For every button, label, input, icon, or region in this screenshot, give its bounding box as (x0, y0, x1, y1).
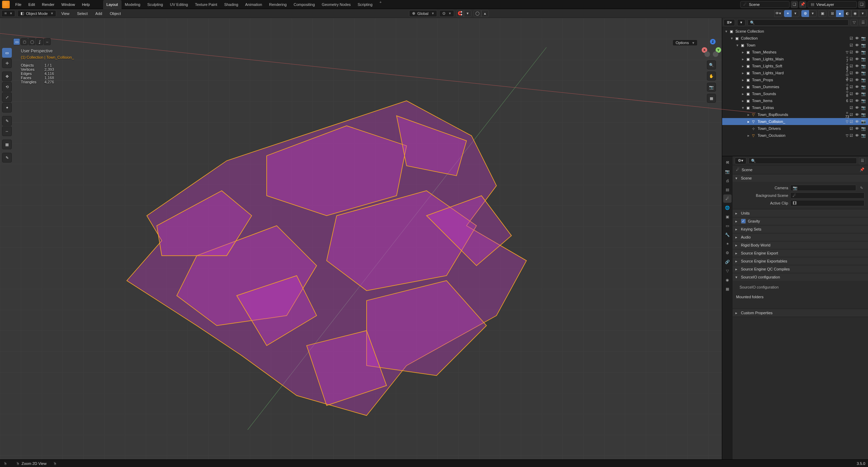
outliner-row[interactable]: ▸▣Town_Items6☑👁📷 (722, 97, 868, 104)
3d-viewport[interactable]: ▭ ▢ ◯ ʆ ↔ ▭ ✛ ✥ ⟲ ⤢ ✦ ✎ ↔ ▦ ✎ User Persp… (0, 18, 722, 459)
tool-transform[interactable]: ✦ (2, 103, 12, 112)
prop-tab-render[interactable]: 📷 (723, 167, 732, 176)
pin-icon[interactable]: 📌 (860, 167, 865, 172)
blender-logo-icon[interactable] (2, 1, 10, 8)
prop-tab-viewlayer[interactable]: ▤ (723, 185, 732, 194)
properties-editor-dropdown[interactable]: ⚙▾ (735, 157, 746, 164)
scene-pin-button[interactable]: 📌 (799, 1, 806, 8)
prop-tab-physics[interactable]: ⚙ (723, 249, 732, 257)
tool-select-box[interactable]: ▭ (2, 48, 12, 58)
outliner-row[interactable]: ▾▣Town_Extras☑👁📷 (722, 104, 868, 111)
prop-tab-particles[interactable]: ✶ (723, 240, 732, 248)
gizmo-dropdown[interactable]: ▾ (792, 10, 799, 17)
select-mode-lasso[interactable]: ʆ (36, 38, 43, 45)
mounted-folders-list[interactable] (736, 300, 865, 307)
prop-tab-data[interactable]: ▽ (723, 267, 732, 275)
panel-audio-header[interactable]: ▸Audio (733, 233, 868, 241)
panel-source-export-header[interactable]: ▸Source Engine Export (733, 249, 868, 257)
outliner-row[interactable]: ▾▣Town☑👁📷 (722, 42, 868, 49)
nav-pan-button[interactable]: ✋ (707, 72, 716, 81)
nav-camera-button[interactable]: 📷 (707, 83, 716, 92)
viewlayer-name-input[interactable] (816, 2, 854, 7)
outliner-row[interactable]: ▸▽Town_BspBounds⌗ 73☑👁📷 (722, 111, 868, 118)
prop-tab-constraints[interactable]: 🔗 (723, 258, 732, 266)
camera-field[interactable]: 📷 (790, 185, 856, 191)
shading-wireframe[interactable]: ⊞ (828, 10, 836, 17)
gravity-checkbox[interactable]: ✓ (741, 219, 746, 224)
shading-solid[interactable]: ● (836, 10, 844, 17)
overlay-dropdown[interactable]: ▾ (809, 10, 817, 17)
prop-tab-collection[interactable]: ▣ (723, 212, 732, 221)
tab-geometry-nodes[interactable]: Geometry Nodes (318, 0, 354, 9)
prop-tab-world[interactable]: 🌐 (723, 203, 732, 212)
tool-add-cube[interactable]: ▦ (2, 140, 12, 149)
properties-search[interactable] (749, 158, 857, 164)
tab-animation[interactable]: Animation (242, 0, 266, 9)
prop-tab-output[interactable]: 🖨 (723, 176, 732, 185)
panel-units-header[interactable]: ▸Units (733, 209, 868, 217)
nav-perspective-button[interactable]: ▦ (707, 94, 716, 103)
xray-toggle[interactable]: ▣ (819, 10, 826, 17)
pivot-dropdown[interactable]: ⊙▾ (439, 10, 454, 17)
menu-select[interactable]: Select (74, 11, 91, 16)
menu-add[interactable]: Add (93, 11, 105, 16)
outliner-filter-button[interactable]: ▽ (851, 19, 858, 26)
outliner-row[interactable]: ▸▣Town_Meshes▽☑👁📷 (722, 49, 868, 56)
outliner-row[interactable]: ▸▽Town_Occlusion▽☑👁📷 (722, 132, 868, 139)
outliner-row[interactable]: ▸▣Town_Lights_Hard☼ 2 ⦾ 2☑👁📷 (722, 69, 868, 76)
panel-rigidbody-header[interactable]: ▸Rigid Body World (733, 241, 868, 249)
tool-measure[interactable]: ↔ (2, 126, 12, 136)
shading-rendered[interactable]: ◉ (851, 10, 859, 17)
outliner-search[interactable] (748, 19, 849, 26)
proportional-type[interactable]: ▴ (481, 10, 489, 17)
tab-scripting[interactable]: Scripting (354, 0, 376, 9)
outliner-row[interactable]: ▸▣Town_Dummies⊹ 8☑👁📷 (722, 83, 868, 90)
bg-scene-field[interactable]: ☄ (790, 192, 865, 199)
scene-name-input[interactable] (749, 2, 787, 7)
menu-render[interactable]: Render (39, 0, 58, 9)
editor-type-dropdown[interactable]: ⌗▾ (1, 10, 15, 17)
tab-texture-paint[interactable]: Texture Paint (191, 0, 220, 9)
tab-layout[interactable]: Layout (103, 0, 122, 9)
select-mode-invert[interactable]: ↔ (44, 38, 51, 45)
outliner[interactable]: ▾▣Scene Collection▾▣Collection☑👁📷▾▣Town☑… (722, 27, 868, 156)
outliner-row[interactable]: ▾▣Scene Collection (722, 28, 868, 35)
select-mode-circle[interactable]: ◯ (28, 38, 35, 45)
outliner-row[interactable]: ▸▽Town_Collision_▽☑👁📷 (722, 118, 868, 125)
menu-view[interactable]: View (58, 11, 72, 16)
tab-shading[interactable]: Shading (221, 0, 242, 9)
outliner-row[interactable]: ▸▣Town_Sounds⊹ 8☑👁📷 (722, 90, 868, 97)
select-mode-tweak[interactable]: ▭ (13, 38, 20, 45)
outliner-row[interactable]: ⊹Town_Drivers☑👁📷 (722, 125, 868, 132)
menu-window[interactable]: Window (58, 0, 78, 9)
tool-scale[interactable]: ⤢ (2, 92, 12, 102)
properties-options[interactable]: ☰ (859, 157, 866, 164)
tool-extra[interactable]: ✎ (2, 153, 12, 162)
tab-modeling[interactable]: Modeling (122, 0, 144, 9)
gizmo-toggle[interactable]: ⌖ (784, 10, 792, 17)
tab-sculpting[interactable]: Sculpting (144, 0, 166, 9)
proportional-toggle[interactable]: ◯ (474, 10, 481, 17)
viewlayer-selector[interactable]: ▤ (808, 1, 857, 8)
menu-edit[interactable]: Edit (25, 0, 39, 9)
panel-scene-header[interactable]: ▾Scene (733, 174, 868, 182)
viewport-options-dropdown[interactable]: Options▾ (673, 40, 698, 46)
menu-object[interactable]: Object (107, 11, 124, 16)
prop-tab-scene[interactable]: ☄ (723, 194, 732, 203)
tool-annotate[interactable]: ✎ (2, 116, 12, 126)
eyedropper-icon[interactable]: ✎ (858, 185, 865, 191)
overlay-toggle[interactable]: ⊚ (801, 10, 809, 17)
outliner-row[interactable]: ▸▣Town_Lights_Main☼ 7☑👁📷 (722, 56, 868, 62)
menu-help[interactable]: Help (78, 0, 93, 9)
snap-toggle[interactable]: 🧲 (456, 10, 464, 17)
visibility-dropdown[interactable]: 👁▾ (774, 10, 782, 17)
tool-rotate[interactable]: ⟲ (2, 82, 12, 92)
orientation-gizmo[interactable]: Z X Y (702, 39, 721, 58)
panel-source-qc-header[interactable]: ▸Source Engine QC Compiles (733, 265, 868, 273)
active-clip-field[interactable]: 🎞 (790, 200, 865, 206)
panel-gravity-header[interactable]: ▸✓Gravity (733, 217, 868, 225)
snap-type-dropdown[interactable]: ▾ (464, 10, 471, 17)
panel-custom-props-header[interactable]: ▸Custom Properties (733, 309, 868, 317)
prop-tab-material[interactable]: ◉ (723, 276, 732, 284)
shading-material[interactable]: ◐ (844, 10, 851, 17)
